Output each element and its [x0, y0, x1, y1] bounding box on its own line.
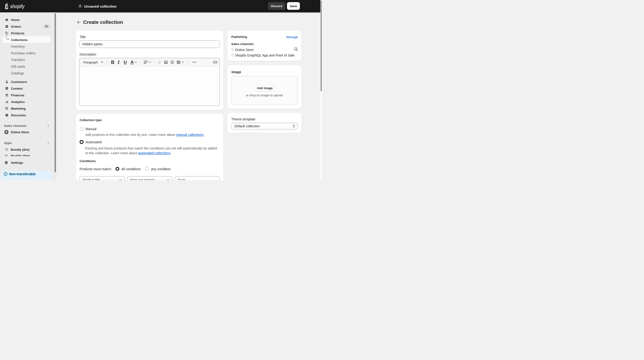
- svg-text:S: S: [6, 5, 8, 9]
